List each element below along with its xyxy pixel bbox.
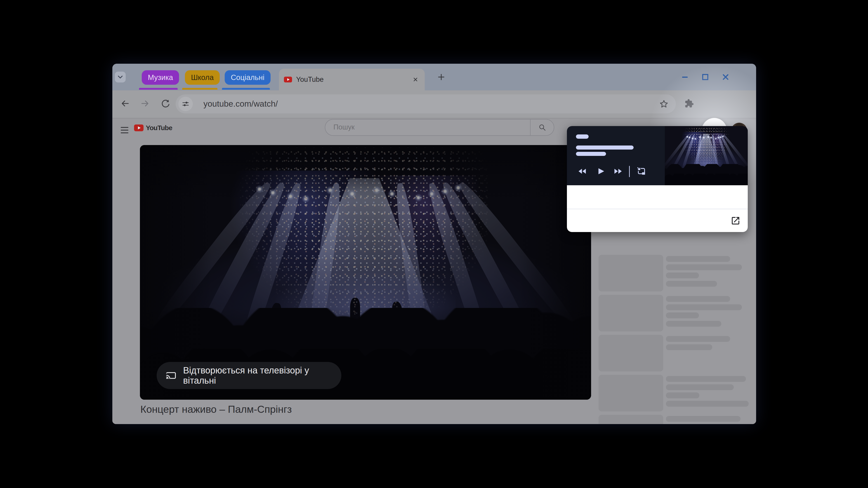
close-icon bbox=[721, 72, 730, 82]
suggestion-text-skeleton bbox=[666, 344, 712, 350]
media-title-skeleton bbox=[576, 145, 633, 150]
star-icon bbox=[659, 99, 669, 109]
address-bar[interactable]: youtube.com/watch/ bbox=[176, 94, 676, 113]
youtube-favicon-icon bbox=[284, 76, 292, 83]
suggestion-thumbnail-skeleton bbox=[598, 375, 663, 412]
tab-close-icon[interactable] bbox=[412, 76, 419, 83]
concert-thumbnail-image bbox=[665, 126, 748, 185]
back-button[interactable] bbox=[120, 99, 130, 108]
extensions-button[interactable] bbox=[684, 99, 694, 108]
browser-toolbar: youtube.com/watch/ bbox=[112, 90, 756, 119]
tab-youtube[interactable]: YouTube bbox=[279, 69, 425, 90]
video-player[interactable]: Відтворюється на телевізорі у вітальні bbox=[140, 145, 591, 400]
forward-arrow-icon bbox=[141, 99, 150, 108]
suggestion-text-skeleton bbox=[666, 384, 734, 390]
url-text: youtube.com/watch/ bbox=[204, 94, 278, 113]
suggestion-thumbnail-skeleton bbox=[598, 415, 663, 424]
live-captions-row[interactable]: Живі субтитри bbox=[567, 185, 748, 209]
media-source-skeleton bbox=[576, 134, 589, 139]
youtube-logo[interactable]: YouTube bbox=[134, 124, 172, 132]
window-maximize-button[interactable] bbox=[700, 72, 710, 82]
plus-icon bbox=[437, 73, 445, 81]
suggestion-skeleton-item bbox=[598, 415, 748, 424]
tune-icon bbox=[182, 100, 190, 108]
suggestion-text-skeleton bbox=[666, 336, 730, 342]
site-settings-button[interactable] bbox=[178, 97, 193, 111]
tab-group-social[interactable]: Соціальні bbox=[225, 70, 271, 85]
open-in-new-icon[interactable] bbox=[731, 216, 741, 226]
guide-menu-button[interactable] bbox=[121, 125, 128, 134]
back-arrow-icon bbox=[120, 99, 130, 108]
browser-window: Музика Школа Соціальні YouTube bbox=[112, 64, 756, 424]
cast-banner[interactable]: Відтворюється на телевізорі у вітальні bbox=[157, 362, 341, 389]
suggestion-text-skeleton bbox=[666, 392, 700, 398]
tab-strip: Музика Школа Соціальні YouTube bbox=[112, 64, 756, 90]
rewind-icon bbox=[577, 166, 587, 176]
chevron-down-icon bbox=[116, 73, 124, 81]
new-tab-button[interactable] bbox=[435, 71, 447, 83]
puzzle-icon bbox=[684, 99, 694, 108]
forward-button[interactable] bbox=[141, 99, 150, 108]
tab-search-button[interactable] bbox=[115, 72, 126, 83]
caption-settings-row[interactable]: Налаштування субтитрів bbox=[567, 209, 748, 232]
window-minimize-button[interactable] bbox=[680, 72, 690, 82]
play-button[interactable] bbox=[596, 166, 606, 176]
reload-button[interactable] bbox=[160, 99, 170, 108]
suggestion-thumbnail-skeleton bbox=[598, 335, 663, 371]
suggestion-thumbnail-skeleton bbox=[598, 255, 663, 291]
media-controls-popup: Живі субтитри Налаштування субтитрів bbox=[567, 126, 748, 232]
concert-video-frame bbox=[140, 145, 591, 400]
youtube-logo-icon bbox=[134, 125, 144, 131]
tab-group-underline-social bbox=[222, 88, 270, 90]
suggestion-text-skeleton bbox=[666, 401, 749, 407]
tab-group-music[interactable]: Музика bbox=[142, 70, 179, 85]
suggestion-text-skeleton bbox=[666, 304, 742, 310]
suggestion-text-skeleton bbox=[666, 376, 746, 382]
popup-media-session bbox=[567, 126, 748, 185]
search-input[interactable] bbox=[333, 120, 524, 134]
fast-forward-icon bbox=[613, 166, 623, 176]
previous-track-button[interactable] bbox=[577, 166, 587, 176]
tab-title: YouTube bbox=[296, 75, 412, 84]
video-title: Концерт наживо – Палм-Спрінгз bbox=[141, 403, 292, 415]
youtube-wordmark: YouTube bbox=[146, 124, 172, 132]
window-close-button[interactable] bbox=[720, 72, 731, 82]
suggestion-text-skeleton bbox=[666, 416, 741, 422]
cast-banner-text: Відтворюється на телевізорі у вітальні bbox=[183, 365, 341, 386]
suggestion-thumbnail-skeleton bbox=[598, 295, 663, 331]
cast-icon bbox=[165, 370, 177, 381]
picture-in-picture-button[interactable] bbox=[636, 166, 646, 176]
suggestion-skeleton-item bbox=[598, 335, 748, 371]
suggestion-text-skeleton bbox=[666, 321, 721, 327]
suggestion-skeleton-item bbox=[598, 255, 748, 291]
tab-group-school[interactable]: Школа bbox=[185, 70, 220, 85]
suggestion-text-skeleton bbox=[666, 264, 742, 270]
tab-group-underline-school bbox=[182, 88, 217, 90]
maximize-icon bbox=[701, 72, 710, 82]
suggestion-skeleton-item bbox=[598, 375, 748, 412]
suggestion-skeleton-item bbox=[598, 295, 748, 331]
controls-divider bbox=[629, 166, 630, 177]
search-icon bbox=[538, 124, 546, 131]
media-thumbnail bbox=[665, 126, 748, 185]
reload-icon bbox=[160, 99, 170, 108]
suggestion-text-skeleton bbox=[666, 272, 699, 278]
search-bar bbox=[325, 119, 554, 136]
suggestion-text-skeleton bbox=[666, 296, 730, 302]
suggestion-text-skeleton bbox=[666, 281, 717, 287]
picture-in-picture-icon bbox=[636, 166, 646, 176]
play-icon bbox=[596, 166, 606, 176]
media-artist-skeleton bbox=[576, 152, 606, 156]
suggestion-text-skeleton bbox=[666, 256, 730, 262]
tab-group-underline-music bbox=[139, 88, 178, 90]
next-track-button[interactable] bbox=[613, 166, 623, 176]
bookmark-button[interactable] bbox=[659, 99, 669, 109]
minimize-icon bbox=[680, 72, 689, 82]
search-button[interactable] bbox=[530, 120, 554, 135]
suggestion-text-skeleton bbox=[666, 313, 699, 318]
